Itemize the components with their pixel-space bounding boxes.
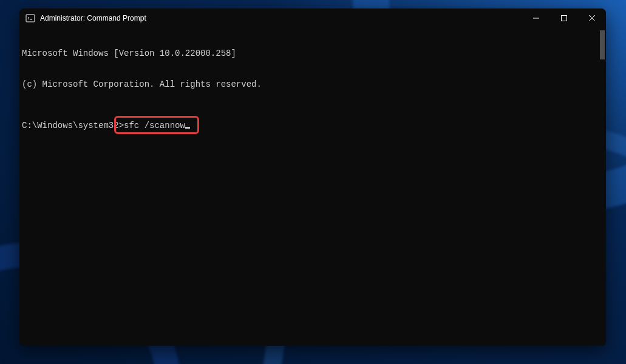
window-titlebar[interactable]: Administrator: Command Prompt	[19, 8, 606, 28]
terminal-output-area[interactable]: Microsoft Windows [Version 10.0.22000.25…	[19, 28, 606, 346]
window-title: Administrator: Command Prompt	[40, 14, 146, 22]
maximize-button[interactable]	[550, 8, 578, 28]
terminal-copyright-line: (c) Microsoft Corporation. All rights re…	[22, 79, 604, 90]
minimize-button[interactable]	[522, 8, 550, 28]
svg-rect-3	[562, 16, 567, 21]
command-prompt-window: Administrator: Command Prompt Microsoft …	[19, 8, 606, 346]
cmd-icon	[26, 13, 35, 23]
terminal-version-line: Microsoft Windows [Version 10.0.22000.25…	[22, 49, 604, 59]
terminal-prompt: C:\Windows\system32>	[22, 121, 124, 130]
terminal-cursor	[185, 127, 190, 129]
close-button[interactable]	[578, 8, 606, 28]
svg-rect-0	[26, 15, 35, 22]
terminal-prompt-line: C:\Windows\system32>sfc /scannow	[22, 121, 604, 152]
vertical-scrollbar-thumb[interactable]	[600, 30, 605, 59]
terminal-command-input[interactable]: sfc /scannow	[124, 121, 185, 130]
